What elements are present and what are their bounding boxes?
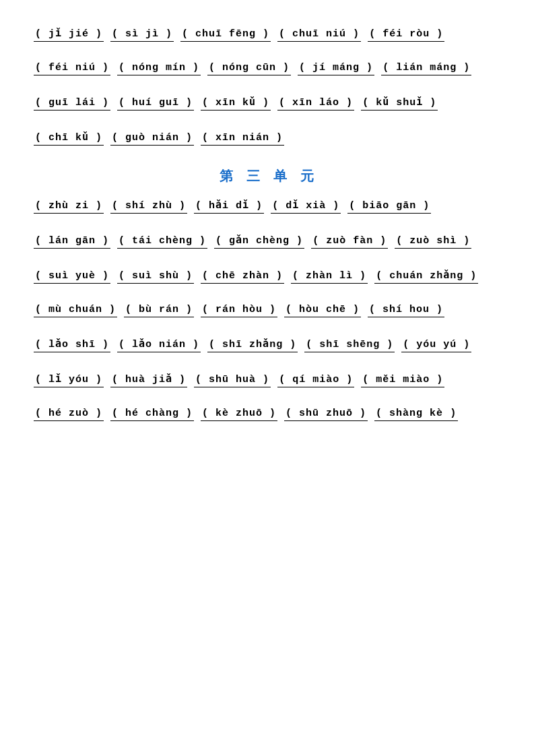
item-1-1: ( jǐ jié ) [34,27,104,42]
item-4-2: ( guò nián ) [110,132,194,146]
line-1: ( jǐ jié ) ( sì jì ) ( chuī fēng ) ( chu… [34,27,500,43]
item-11-5: ( shàng kè ) [374,408,458,421]
item-9-3: ( shī zhǎng ) [207,338,298,352]
item-2-2: ( nóng mín ) [117,62,201,75]
line-3: ( guī lái ) ( huí guī ) ( xīn kǔ ) ( xīn… [34,96,500,112]
item-9-5: ( yóu yú ) [401,339,471,352]
item-3-5: ( kǔ shuǐ ) [361,96,438,111]
item-9-1: ( lǎo shī ) [34,338,110,352]
item-7-2: ( suì shù ) [117,270,194,284]
item-11-1: ( hé zuò ) [34,408,104,421]
item-5-4: ( dǐ xià ) [271,199,341,214]
item-3-3: ( xīn kǔ ) [201,96,271,111]
item-11-3: ( kè zhuō ) [201,408,277,421]
item-6-2: ( tái chèng ) [117,235,207,249]
item-8-2: ( bù rán ) [124,304,194,317]
line-10: ( lǐ yóu ) ( huà jiǎ ) ( shū huà ) ( qí … [34,373,500,389]
page: ( jǐ jié ) ( sì jì ) ( chuī fēng ) ( chu… [34,27,500,422]
item-10-5: ( měi miào ) [361,374,444,387]
item-10-1: ( lǐ yóu ) [34,373,104,387]
line-7: ( suì yuè ) ( suì shù ) ( chē zhàn ) ( z… [34,269,500,285]
item-3-4: ( xīn láo ) [277,97,354,111]
line-4: ( chī kǔ ) ( guò nián ) ( xīn nián ) [34,131,500,147]
item-1-3: ( chuī fēng ) [180,28,271,42]
line-5: ( zhù zi ) ( shí zhù ) ( hǎi dǐ ) ( dǐ x… [34,199,500,215]
item-3-1: ( guī lái ) [34,97,110,111]
item-10-4: ( qí miào ) [277,374,354,387]
header-char-3: 单 [273,167,288,185]
section2: ( zhù zi ) ( shí zhù ) ( hǎi dǐ ) ( dǐ x… [34,199,500,422]
line-11: ( hé zuò ) ( hé chàng ) ( kè zhuō ) ( sh… [34,408,500,422]
item-5-3: ( hǎi dǐ ) [194,199,264,214]
item-6-1: ( lán gān ) [34,235,110,249]
section1: ( jǐ jié ) ( sì jì ) ( chuī fēng ) ( chu… [34,27,500,147]
item-1-5: ( féi ròu ) [368,28,444,42]
item-8-4: ( hòu chē ) [284,304,361,317]
item-10-3: ( shū huà ) [194,374,271,387]
item-4-1: ( chī kǔ ) [34,131,104,146]
line-8: ( mù chuán ) ( bù rán ) ( rán hòu ) ( hò… [34,304,500,319]
header-char-1: 第 [220,167,234,185]
item-8-3: ( rán hòu ) [201,304,277,317]
item-10-2: ( huà jiǎ ) [110,373,187,387]
item-5-5: ( biāo gān ) [347,200,431,214]
item-2-1: ( féi niú ) [34,62,110,75]
item-11-2: ( hé chàng ) [110,408,194,421]
line-6: ( lán gān ) ( tái chèng ) ( gǎn chèng ) … [34,234,500,250]
section2-header: 第 三 单 元 [34,167,500,185]
item-6-4: ( zuò fàn ) [311,235,388,249]
item-9-4: ( shī shēng ) [304,339,395,352]
item-7-3: ( chē zhàn ) [201,270,284,284]
item-6-5: ( zuò shì ) [395,235,471,249]
item-8-5: ( shí hou ) [368,304,444,317]
header-char-2: 三 [246,167,261,185]
line-9: ( lǎo shī ) ( lǎo nián ) ( shī zhǎng ) (… [34,338,500,354]
item-6-3: ( gǎn chèng ) [214,234,304,249]
item-11-4: ( shū zhuō ) [284,408,368,421]
item-2-5: ( lián máng ) [381,62,471,75]
item-5-1: ( zhù zi ) [34,200,104,214]
item-1-2: ( sì jì ) [110,28,174,42]
item-4-3: ( xīn nián ) [201,132,284,146]
item-3-2: ( huí guī ) [117,97,194,111]
item-2-3: ( nóng cūn ) [207,62,291,75]
item-5-2: ( shí zhù ) [110,200,187,214]
item-9-2: ( lǎo nián ) [117,338,201,352]
line-2: ( féi niú ) ( nóng mín ) ( nóng cūn ) ( … [34,62,500,77]
item-7-5: ( chuán zhǎng ) [374,269,478,284]
item-2-4: ( jí máng ) [298,62,374,75]
item-7-1: ( suì yuè ) [34,270,110,284]
item-8-1: ( mù chuán ) [34,304,117,317]
item-7-4: ( zhàn lì ) [291,270,368,284]
item-1-4: ( chuī niú ) [277,28,361,42]
header-char-4: 元 [300,167,315,185]
